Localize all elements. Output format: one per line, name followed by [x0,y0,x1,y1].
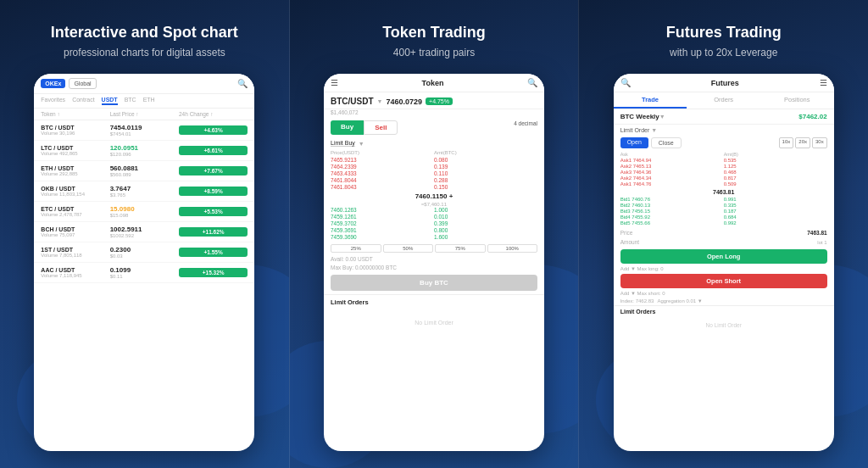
col-price: Last Price ↑ [110,111,179,117]
pct-25[interactable]: 25% [331,244,381,253]
index-row: Index: 7462.83 Aggregation 0.01 ▼ [614,297,834,305]
add-short: Add ▼ Max short: 0 [614,290,834,297]
pct-100[interactable]: 100% [487,244,538,253]
futures-title: Futures [631,79,820,87]
order-book: Price(USDT)Amt(BTC) 7465.92130.080 7464.… [324,148,544,242]
okex-button[interactable]: OKEx [41,79,65,88]
price-input-row: Price 7463.81 [614,228,834,237]
menu-icon[interactable]: ☰ [331,78,338,87]
table-row[interactable]: BCH / USDTVolume 75,097 1002.5911$1002.5… [34,222,254,242]
price-value[interactable]: 7463.81 [807,230,827,236]
futures-pair-row: BTC Weekly ▼ $7462.02 [614,109,834,125]
pair-name[interactable]: BTC/USDT [331,97,374,106]
buy-sell-row: Buy Sell 4 decimal [324,117,544,138]
limit-buy-select[interactable]: Limit Buy [331,140,355,147]
open-long-button[interactable]: Open Long [620,249,827,264]
token-pair-row: BTC/USDT ▼ 7460.0729 +4.75% [324,92,544,109]
token-header-title: Token [343,79,522,87]
buy-button[interactable]: Buy [331,120,364,135]
buy-btc-button[interactable]: Buy BTC [331,275,537,291]
close-button[interactable]: Close [651,137,682,148]
tab-favorites[interactable]: Favorites [41,97,65,105]
futures-limit-label: Limit Orders [614,305,834,315]
limit-order-label[interactable]: Limit Order [620,127,650,133]
amount-input-row: Amount lot 1 [614,237,834,247]
table-row[interactable]: BTC / USDTVolume 30,196 7454.0119$7454.0… [34,120,254,141]
pair-change: +4.75% [426,98,453,105]
lev-30x[interactable]: 30x [812,137,827,148]
ask-bid-area: AskAmt(B) Ask1 7464.940.535 Ask2 7465.13… [614,150,834,228]
right-panel: Futures Trading with up to 20x Leverage … [579,0,868,468]
left-panel: Interactive and Spot chart professional … [0,0,289,468]
table-row[interactable]: ETC / USDTVolume 2,478,787 15.0980$15.09… [34,202,254,222]
futures-header: 🔍 Futures ☰ [614,74,834,92]
futures-pair[interactable]: BTC Weekly [620,113,659,120]
token-header: ☰ Token 🔍 [324,74,544,92]
futures-price: $7462.02 [798,113,826,120]
table-row[interactable]: AAC / USDTVolume 7,118,945 0.1099$0.11 +… [34,263,254,283]
global-button[interactable]: Global [69,78,96,89]
mid-price: 7460.1150 + [331,191,537,202]
table-row[interactable]: LTC / USDTVolume 492,865 120.0951$120.09… [34,141,254,161]
search-icon[interactable]: 🔍 [237,79,248,88]
limit-orders-label: Limit Orders [324,294,544,309]
tab-trade[interactable]: Trade [614,92,687,109]
sell-button[interactable]: Sell [364,120,398,135]
center-panel-title: Token Trading [382,24,486,42]
futures-tabs: Trade Orders Positions [614,92,834,109]
tab-eth[interactable]: ETH [143,97,155,105]
open-short-button[interactable]: Open Short [620,274,827,288]
spot-tabs: Favorites Contract USDT BTC ETH [34,94,254,109]
left-panel-title: Interactive and Spot chart [51,24,238,42]
pct-75[interactable]: 75% [435,244,486,253]
table-row[interactable]: 1ST / USDTVolume 7,805,118 0.2300$0.03 +… [34,242,254,263]
limit-row: Limit Buy ▼ [324,138,544,148]
open-close-row: Open Close 10x 20x 30x [614,136,834,150]
search-icon[interactable]: 🔍 [527,78,537,87]
search-icon[interactable]: 🔍 [620,78,631,87]
no-limit-order: No Limit Order [324,309,544,336]
open-button[interactable]: Open [620,137,648,148]
percent-row: 25% 50% 75% 100% [324,242,544,254]
spot-col-headers: Token ↑ Last Price ↑ 24h Change ↑ [34,109,254,120]
max-buy: Max Buy: 0.00000000 BTC [324,264,544,271]
menu-icon[interactable]: ☰ [820,78,827,87]
center-panel: Token Trading 400+ trading pairs ☰ Token… [289,0,580,468]
available-balance: Avail: 0.00 USDT [324,254,544,264]
tab-contract[interactable]: Contract [72,97,94,105]
lev-20x[interactable]: 20x [795,137,810,148]
ask-column: AskAmt(B) Ask1 7464.940.535 Ask2 7465.13… [620,152,827,226]
right-panel-title: Futures Trading [666,24,782,42]
left-phone-mockup: OKEx Global 🔍 Favorites Contract USDT BT… [34,74,254,451]
ask-column: Price(USDT)Amt(BTC) 7465.92130.080 7464.… [331,150,537,241]
table-row[interactable]: ETH / USDTVolume 292,885 560.0881$560.08… [34,161,254,181]
left-panel-subtitle: professional charts for digital assets [64,47,225,58]
table-row[interactable]: OKB / USDTVolume 11,803,154 3.7647$3.765… [34,181,254,202]
spot-header: OKEx Global 🔍 [34,74,254,94]
futures-no-limit: No Limit Order [614,315,834,335]
right-panel-subtitle: with up to 20x Leverage [670,47,777,58]
decimal-option[interactable]: 4 decimal [514,120,537,135]
col-change: 24h Change ↑ [179,111,248,117]
tab-positions[interactable]: Positions [760,92,834,109]
pct-50[interactable]: 50% [383,244,434,253]
tab-btc[interactable]: BTC [125,97,136,105]
add-long: Add ▼ Max long: 0 [614,265,834,272]
leverage-buttons: 10x 20x 30x [779,137,827,148]
center-phone-mockup: ☰ Token 🔍 BTC/USDT ▼ 7460.0729 +4.75% $1… [324,74,544,451]
center-panel-subtitle: 400+ trading pairs [393,47,475,58]
right-phone-mockup: 🔍 Futures ☰ Trade Orders Positions BTC W… [614,74,834,451]
limit-order-row: Limit Order ▼ [614,125,834,136]
pair-price: 7460.0729 [387,98,423,106]
futures-mid-price: 7463.81 [620,187,827,197]
col-token: Token ↑ [41,111,109,117]
tab-orders[interactable]: Orders [687,92,760,109]
pair-usd: $1,460,072 [324,109,544,117]
tab-usdt[interactable]: USDT [102,97,118,105]
lev-10x[interactable]: 10x [779,137,794,148]
